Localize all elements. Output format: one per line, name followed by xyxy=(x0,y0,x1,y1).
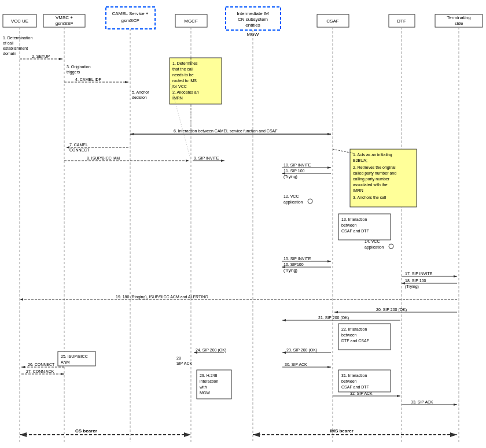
note-csaf-text7: IMRN xyxy=(353,188,363,192)
msg1-line4: domain xyxy=(3,51,16,55)
note-mgcf-text4: routed to IMS xyxy=(172,79,197,83)
note-csaf-text3: 2. Retrieves the original xyxy=(353,165,396,170)
entity-csaf-label: CSAF xyxy=(326,18,338,24)
msg25-label1: 25. ISUP/BICC xyxy=(61,354,88,358)
msg16-label2: (Trying) xyxy=(284,268,297,273)
msg13-label3: CSAF and DTF xyxy=(341,229,369,233)
entity-vmsc-label: VMSC + xyxy=(56,15,73,20)
msg18-label1: 18. SIP 100 xyxy=(405,279,426,283)
sequence-diagram: VCC UE VMSC + gsmSSF CAMEL Service + gsm… xyxy=(0,0,486,448)
entity-mgcf-label: MGCF xyxy=(184,18,198,24)
msg5-line2: decision xyxy=(132,95,147,99)
diagram-container: VCC UE VMSC + gsmSSF CAMEL Service + gsm… xyxy=(0,0,486,448)
msg3-line1: 3. Origination xyxy=(67,65,91,69)
note-mgcf-text1: 1. Determines xyxy=(172,61,198,65)
msg1-line1: 1. Determination xyxy=(3,36,32,40)
msg13-label2: between xyxy=(341,223,357,227)
msg1-line2: of call xyxy=(3,41,14,45)
entity-terminating-label1: Terminating xyxy=(447,15,470,20)
msg15-label: 15. SIP INVITE xyxy=(284,257,311,261)
note-csaf-text8: 3. Anchors the call xyxy=(353,195,386,199)
msg21-label: 21. SIP 200 (OK) xyxy=(318,316,349,320)
msg10-label: 10. SIP INVITE xyxy=(284,163,311,167)
note-csaf-text4: called party number and xyxy=(353,171,396,176)
msg27-label: 27. CONN ACK xyxy=(26,369,54,373)
msg31-label3: CSAF and DTF xyxy=(341,385,369,389)
entity-vcc-ue-label: VCC UE xyxy=(11,18,28,24)
msg11-label1: 11. SIP 100 xyxy=(284,169,305,173)
msg22-label3: DTF and CSAF xyxy=(341,339,369,343)
msg29-label1: 29. H.248 xyxy=(200,373,217,377)
msg11-label2: (Trying) xyxy=(284,175,297,179)
entity-intermediate-label1: Intermediate IM xyxy=(237,11,269,16)
msg12-icon xyxy=(308,199,312,203)
note-mgcf-text2: that the call xyxy=(172,67,193,71)
note-csaf-text5: calling party number xyxy=(353,177,390,182)
msg28-label2: SIP ACK xyxy=(176,361,192,365)
msg5-line1: 5. Anchor xyxy=(132,90,149,94)
msg20-label: 20. SIP 200 (OK) xyxy=(376,308,407,312)
msg25-label2: ANM xyxy=(61,360,70,364)
entity-camel-label2: gsmSCF xyxy=(121,18,139,23)
msg2-label: 2. SETUP xyxy=(32,54,50,58)
msg7-label1: 7. CAMEL xyxy=(69,143,88,147)
msg12-label1: 12. VCC xyxy=(284,194,299,198)
msg28-label: 28 xyxy=(176,356,181,360)
msg3-line2: triggers xyxy=(67,70,80,75)
msg18-label2: (Trying) xyxy=(405,284,419,289)
msg30-label: 30. SIP ACK xyxy=(285,362,307,366)
msg31-label2: between xyxy=(341,379,357,383)
msg26-label: 26. CONNECT xyxy=(28,362,55,366)
msg12-label2: application xyxy=(284,200,303,205)
msg7-label2: CONNECT xyxy=(69,148,90,152)
msg29-label3: with xyxy=(199,385,207,389)
msg16-label1: 16. SIP100 xyxy=(284,262,304,266)
msg33-label: 33. SIP ACK xyxy=(411,400,433,404)
msg23-label: 23. SIP 200 (OK) xyxy=(286,348,317,353)
entity-camel-label: CAMEL Service + xyxy=(112,11,148,16)
msg9-label: 9. SIP INVITE xyxy=(194,156,219,160)
note-mgcf-text3: needs to be xyxy=(172,73,194,77)
msg22-label2: between xyxy=(341,333,357,337)
msg13-label1: 13. Interaction xyxy=(341,217,367,221)
note-csaf-text1: 1. Acts as an initiating xyxy=(353,153,392,157)
msg29-label2: interaction xyxy=(200,379,218,383)
msg17-label: 17. SIP INVITE xyxy=(405,272,433,276)
msg29-label4: MGW xyxy=(200,391,210,395)
entity-intermediate-label3: entities xyxy=(245,23,260,28)
note-csaf-text6: associated with the xyxy=(353,183,388,187)
note-mgcf-text5: for VCC xyxy=(172,84,187,88)
msg14-label1: 14. VCC xyxy=(365,239,380,243)
msg31-label1: 31. Interaction xyxy=(341,373,367,377)
msg1-line3: establishment xyxy=(3,46,28,50)
msg4-label: 4. CAMEL IDP xyxy=(75,77,102,82)
note-mgcf-text6: 2. Allocates an xyxy=(172,90,199,94)
msg32-label: 32. SIP ACK xyxy=(350,391,373,395)
entity-terminating-label2: side xyxy=(455,21,463,26)
entity-dtf-label: DTF xyxy=(397,18,406,24)
msg14-label2: application xyxy=(365,245,384,250)
msg19-label: 19. 180 (Ringing), ISUP/BICC ACM and ALE… xyxy=(116,295,208,299)
msg22-label1: 22. Interaction xyxy=(341,327,367,331)
msg6-label: 6. Interaction between CAMEL service fun… xyxy=(174,129,278,133)
ims-bearer-label: IMS bearer xyxy=(330,428,354,434)
entity-vmsc-label2: gsmSSF xyxy=(56,21,73,26)
msg8-label: 8. ISUP/BICC IAM xyxy=(87,156,120,160)
msg24-label: 24. SIP 200 (OK) xyxy=(196,348,226,353)
entity-intermediate-label2: CN subsystem xyxy=(238,17,268,22)
msg14-icon xyxy=(389,244,393,249)
cs-bearer-label: CS bearer xyxy=(75,428,97,434)
note-csaf-text2: B2BUA; xyxy=(353,158,367,162)
